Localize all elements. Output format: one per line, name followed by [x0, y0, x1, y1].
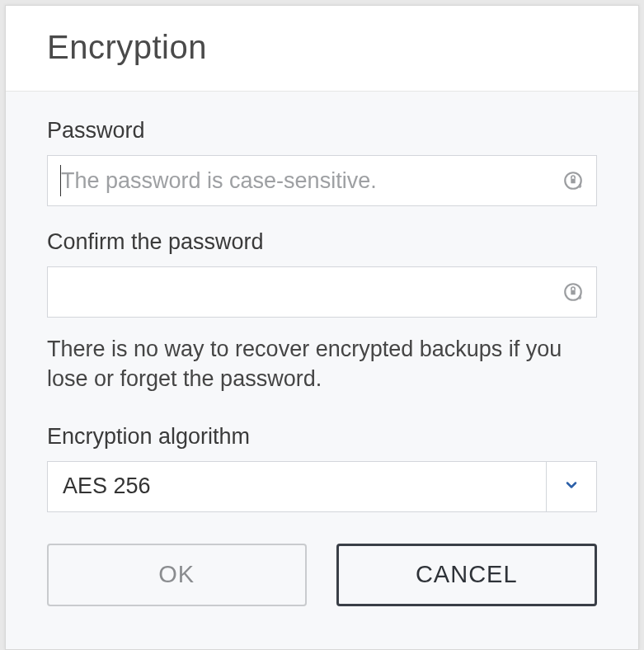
algorithm-select[interactable]: AES 256 [47, 461, 597, 512]
password-input[interactable] [47, 155, 597, 206]
chevron-down-icon [563, 477, 580, 497]
dialog-header: Encryption [6, 6, 638, 92]
algorithm-label: Encryption algorithm [47, 424, 597, 450]
algorithm-field-group: Encryption algorithm AES 256 [47, 424, 597, 512]
ok-button[interactable]: OK [47, 544, 307, 606]
dialog-body: Password Confirm the password [6, 92, 638, 606]
password-field-group: Password [47, 118, 597, 206]
dialog-button-row: OK CANCEL [47, 544, 597, 606]
cancel-button[interactable]: CANCEL [336, 544, 598, 606]
confirm-field-group: Confirm the password [47, 229, 597, 318]
dialog-title: Encryption [47, 29, 597, 66]
encryption-dialog: Encryption Password Confirm the password [5, 5, 639, 650]
confirm-password-label: Confirm the password [47, 229, 597, 255]
algorithm-selected-value[interactable]: AES 256 [47, 461, 546, 512]
password-label: Password [47, 118, 597, 144]
password-input-wrapper [47, 155, 597, 206]
text-cursor [60, 165, 61, 196]
confirm-input-wrapper [47, 266, 597, 318]
password-warning-text: There is no way to recover encrypted bac… [47, 334, 597, 394]
confirm-password-input[interactable] [47, 266, 597, 318]
algorithm-dropdown-toggle[interactable] [546, 461, 597, 512]
